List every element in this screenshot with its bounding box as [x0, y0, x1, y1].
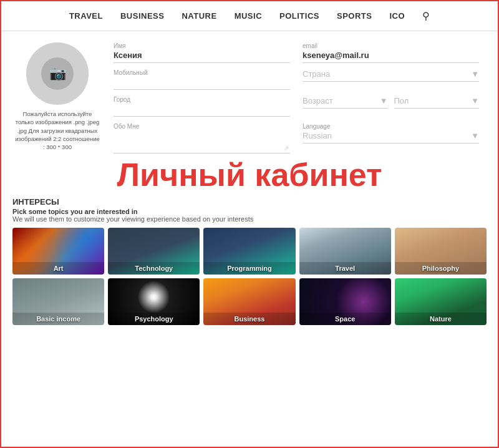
nav-nature[interactable]: NATURE — [182, 11, 216, 21]
city-field: Город — [114, 96, 290, 117]
city-input[interactable] — [114, 104, 290, 117]
avatar[interactable]: 📷 — [26, 42, 89, 105]
age-gender-row: Возраст ▼ Пол ▼ — [303, 96, 479, 117]
language-value: Russian — [303, 131, 332, 140]
gender-placeholder: Пол — [394, 96, 409, 105]
email-label: email — [303, 42, 479, 49]
profile-section: 📷 Пожалуйста используйте только изображе… — [1, 31, 498, 153]
avatar-inner: 📷 — [41, 57, 74, 90]
avatar-area: 📷 Пожалуйста используйте только изображе… — [14, 42, 101, 153]
interests-section: ИНТЕРЕСЫ Pick some topics you are intere… — [1, 197, 498, 325]
topic-art-label: Art — [12, 262, 104, 275]
topic-space[interactable]: Space — [299, 278, 391, 325]
search-icon[interactable]: ⚲ — [422, 10, 430, 22]
resize-handle: ⇗ — [284, 145, 289, 152]
nav-music[interactable]: MUSIC — [235, 11, 262, 21]
page-heading: Личный кабинет — [1, 153, 498, 197]
chevron-down-icon: ▼ — [380, 96, 388, 105]
topic-programming-label: Programming — [203, 262, 295, 275]
profile-form: Имя Ксения email kseneya@mail.ru Мобильн… — [114, 42, 479, 153]
name-field: Имя Ксения — [114, 42, 290, 63]
chevron-down-icon: ▼ — [471, 96, 479, 105]
interests-subtitle1: Pick some topics you are interested in — [12, 208, 487, 215]
topic-technology-label: Technology — [108, 262, 200, 275]
topic-space-label: Space — [299, 313, 391, 325]
name-value[interactable]: Ксения — [114, 51, 290, 63]
language-field: Language Russian ▼ — [303, 123, 479, 153]
name-label: Имя — [114, 42, 290, 49]
mobile-input[interactable] — [114, 77, 290, 90]
gender-field: Пол ▼ — [394, 96, 480, 117]
gender-select[interactable]: Пол ▼ — [394, 96, 480, 109]
camera-icon: 📷 — [49, 66, 66, 82]
topic-philosophy-label: Philosophy — [395, 262, 487, 275]
topic-nature[interactable]: Nature — [395, 278, 487, 325]
about-field: Обо Мне ⇗ — [114, 123, 290, 153]
topic-psychology[interactable]: Psychology — [108, 278, 200, 325]
language-select[interactable]: Russian ▼ — [303, 131, 479, 144]
interests-subtitle2: We will use them to customize your viewi… — [12, 215, 487, 223]
nav-ico[interactable]: ICO — [389, 11, 405, 21]
age-field: Возраст ▼ — [303, 96, 388, 117]
mobile-field: Мобильный — [114, 69, 290, 90]
city-label: Город — [114, 96, 290, 103]
topic-technology[interactable]: Technology — [108, 228, 200, 275]
about-textarea[interactable]: ⇗ — [114, 131, 290, 153]
language-label: Language — [303, 123, 479, 130]
topic-basic-income[interactable]: Basic income — [12, 278, 104, 325]
topic-travel[interactable]: Travel — [299, 228, 391, 275]
country-select[interactable]: Страна ▼ — [303, 69, 479, 82]
topic-art[interactable]: Art — [12, 228, 104, 275]
age-placeholder: Возраст — [303, 96, 333, 105]
topic-basic-income-label: Basic income — [12, 313, 104, 325]
email-value[interactable]: kseneya@mail.ru — [303, 51, 479, 63]
topic-nature-label: Nature — [395, 313, 487, 325]
topic-travel-label: Travel — [299, 262, 391, 275]
nav-travel[interactable]: TRAVEL — [69, 11, 103, 21]
email-field: email kseneya@mail.ru — [303, 42, 479, 63]
topic-philosophy[interactable]: Philosophy — [395, 228, 487, 275]
topic-programming[interactable]: Programming — [203, 228, 295, 275]
topic-business[interactable]: Business — [203, 278, 295, 325]
topics-grid: Art Technology Programming Travel Philos… — [12, 228, 487, 325]
topic-psychology-label: Psychology — [108, 313, 200, 325]
mobile-label: Мобильный — [114, 69, 290, 76]
nav-business[interactable]: BUSINESS — [120, 11, 164, 21]
nav-sports[interactable]: SPORTS — [337, 11, 372, 21]
navbar: TRAVEL BUSINESS NATURE MUSIC POLITICS SP… — [1, 1, 498, 31]
interests-title: ИНТЕРЕСЫ — [12, 197, 487, 207]
age-select[interactable]: Возраст ▼ — [303, 96, 388, 109]
chevron-down-icon: ▼ — [471, 69, 479, 79]
topic-business-label: Business — [203, 313, 295, 325]
chevron-down-icon: ▼ — [471, 131, 479, 140]
country-field: Страна ▼ — [303, 69, 479, 90]
about-label: Обо Мне — [114, 123, 290, 130]
nav-politics[interactable]: POLITICS — [279, 11, 319, 21]
country-placeholder: Страна — [303, 69, 330, 79]
avatar-hint: Пожалуйста используйте только изображени… — [14, 110, 101, 151]
